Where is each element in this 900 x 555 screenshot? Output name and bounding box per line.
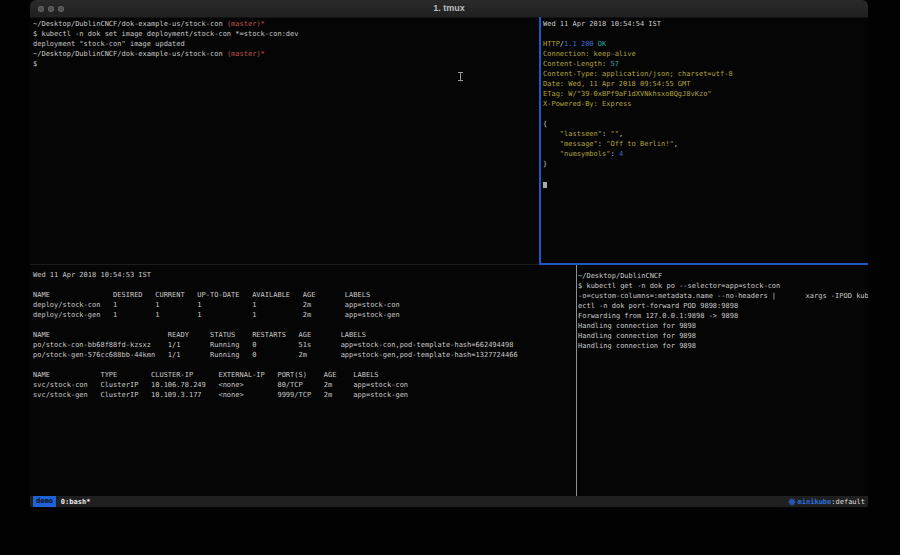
terminal-line: -o=custom-columns=:metadata.name --no-he…	[578, 291, 868, 301]
status-bar-right: minikube :default	[788, 498, 865, 506]
terminal-line: {	[543, 119, 868, 129]
terminal-line: Handling connection for 9898	[578, 331, 868, 341]
terminal-line: ETag: W/"39-0xBPf9aF1dXVNkhsxoBQgJ8vKzo"	[543, 89, 868, 99]
terminal-line: "message": "Off to Berlin!",	[543, 139, 868, 149]
terminal-line: Forwarding from 127.0.0.1:9898 -> 9898	[578, 311, 868, 321]
terminal-line: }	[543, 159, 868, 169]
tmux-session-name: demo	[33, 496, 56, 507]
terminal-line: Handling connection for 9898	[578, 341, 868, 351]
terminal-line: "numsymbols": 4	[543, 149, 868, 159]
desktop-background: 1. tmux ~/Desktop/DublinCNCF/dok-example…	[0, 0, 900, 555]
terminal-line: ~/Desktop/DublinCNCF/dok-example-us/stoc…	[33, 49, 539, 59]
terminal-line: HTTP/1.1 200 OK	[543, 39, 868, 49]
terminal-line: svc/stock-gen ClusterIP 10.109.3.177 <no…	[33, 390, 575, 400]
terminal-line: Connection: keep-alive	[543, 49, 868, 59]
terminal-line: $	[33, 59, 539, 69]
terminal-line: po/stock-gen-576cc688bb-44kmn 1/1 Runnin…	[33, 350, 575, 360]
terminal-line	[543, 29, 868, 39]
terminal-line: deployment "stock-con" image updated	[33, 39, 539, 49]
tmux-window-tab[interactable]: 0:bash*	[61, 498, 91, 506]
pane-shell-kubectl-set-image[interactable]: ~/Desktop/DublinCNCF/dok-example-us/stoc…	[30, 17, 539, 263]
kube-context: minikube	[798, 498, 832, 506]
terminal-line: ectl -n dok port-forward POD 9898:9898	[578, 301, 868, 311]
terminal-line: X-Powered-By: Express	[543, 99, 868, 109]
terminal-line: ~/Desktop/DublinCNCF/dok-example-us/stoc…	[33, 19, 539, 29]
tmux-status-bar: demo 0:bash* minikube :default	[30, 496, 868, 507]
terminal-line: Handling connection for 9898	[578, 321, 868, 331]
mouse-text-cursor	[458, 72, 463, 81]
terminal-line: Wed 11 Apr 2018 10:54:53 IST	[33, 270, 575, 280]
terminal-line	[543, 109, 868, 119]
terminal-line	[543, 179, 868, 189]
terminal-line: $ kubectl get -n dok po --selector=app=s…	[578, 281, 868, 291]
terminal-line: NAME READY STATUS RESTARTS AGE LABELS	[33, 330, 575, 340]
window-titlebar[interactable]: 1. tmux	[30, 0, 868, 18]
terminal-line: deploy/stock-gen 1 1 1 1 2m app=stock-ge…	[33, 310, 575, 320]
pane-kubectl-resources-watch[interactable]: Wed 11 Apr 2018 10:54:53 IST NAME DESIRE…	[30, 265, 575, 496]
terminal-line	[33, 360, 575, 370]
terminal-line: NAME TYPE CLUSTER-IP EXTERNAL-IP PORT(S)…	[33, 370, 575, 380]
terminal-line: Wed 11 Apr 2018 10:54:54 IST	[543, 19, 868, 29]
pane-http-response[interactable]: Wed 11 Apr 2018 10:54:54 IST HTTP/1.1 20…	[541, 17, 868, 263]
helm-wheel-icon	[788, 498, 796, 506]
terminal-line	[33, 280, 575, 290]
terminal-block-cursor	[543, 182, 547, 188]
kube-namespace: :default	[831, 498, 865, 506]
pane-port-forward[interactable]: ~/Desktop/DublinCNCF$ kubectl get -n dok…	[577, 265, 868, 496]
terminal-line: Content-Type: application/json; charset=…	[543, 69, 868, 79]
terminal-line: "lastseen": "",	[543, 129, 868, 139]
terminal-line	[543, 169, 868, 179]
terminal-line	[33, 320, 575, 330]
window-title: 1. tmux	[30, 0, 868, 17]
terminal-line: ~/Desktop/DublinCNCF	[578, 271, 868, 281]
terminal-line: $ kubectl -n dok set image deployment/st…	[33, 29, 539, 39]
terminal-line: NAME DESIRED CURRENT UP-TO-DATE AVAILABL…	[33, 290, 575, 300]
terminal-line: svc/stock-con ClusterIP 10.106.78.249 <n…	[33, 380, 575, 390]
terminal-line: Date: Wed, 11 Apr 2018 09:54:55 GMT	[543, 79, 868, 89]
mouse-text-cursor-bar	[460, 72, 461, 81]
status-bar-left: demo 0:bash*	[33, 496, 90, 507]
terminal-line: Content-Length: 57	[543, 59, 868, 69]
terminal-line: deploy/stock-con 1 1 1 1 2m app=stock-co…	[33, 300, 575, 310]
terminal-line: po/stock-con-bb68f88fd-kzsxz 1/1 Running…	[33, 340, 575, 350]
terminal-window: 1. tmux ~/Desktop/DublinCNCF/dok-example…	[30, 0, 868, 508]
